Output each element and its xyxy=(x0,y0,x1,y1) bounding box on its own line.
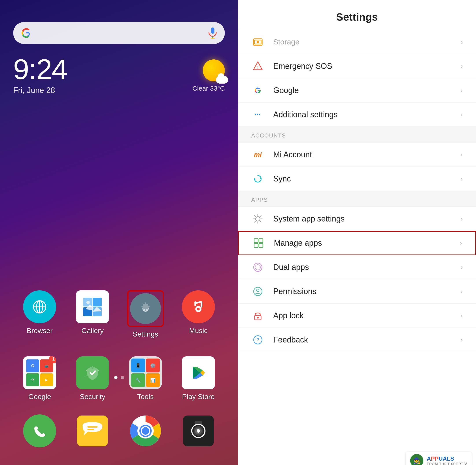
google-arrow: › xyxy=(460,86,463,94)
svg-point-55 xyxy=(255,264,260,270)
feedback-icon: ? xyxy=(251,333,265,347)
mi-account-icon: mi xyxy=(251,148,265,161)
weather-text: Clear 33°C xyxy=(192,85,225,92)
google-label: Google xyxy=(28,393,51,401)
mi-account-arrow: › xyxy=(460,150,463,159)
settings-item-additional[interactable]: ••• Additional settings › xyxy=(238,103,476,127)
additional-arrow: › xyxy=(460,110,463,118)
svg-rect-52 xyxy=(254,243,258,247)
svg-rect-51 xyxy=(259,239,263,243)
appuals-watermark: 🧙 APPUALS FROM THE EXPERTS! xyxy=(406,452,472,465)
accounts-section-header: ACCOUNTS xyxy=(238,127,476,143)
dock-camera[interactable] xyxy=(176,414,220,447)
chrome-icon xyxy=(129,414,162,447)
appuals-tagline: FROM THE EXPERTS! xyxy=(427,462,467,465)
app-settings[interactable]: Settings xyxy=(123,290,167,338)
svg-point-59 xyxy=(257,317,259,318)
svg-rect-31 xyxy=(88,426,98,428)
svg-point-19 xyxy=(197,308,200,310)
settings-item-dual-apps[interactable]: Dual apps › xyxy=(238,255,476,279)
svg-point-57 xyxy=(256,289,259,292)
svg-rect-32 xyxy=(88,429,94,430)
sos-icon: ! xyxy=(251,60,265,73)
app-security[interactable]: Security xyxy=(70,356,114,401)
manage-apps-arrow: › xyxy=(460,239,462,247)
manage-apps-text: Manage apps xyxy=(274,238,460,248)
time-widget: 9:24 Fri, June 28 xyxy=(13,55,67,95)
browser-icon xyxy=(23,290,56,323)
dock-chrome[interactable] xyxy=(123,414,167,447)
google-text: Google xyxy=(273,86,460,95)
sync-text: Sync xyxy=(273,174,460,183)
dual-apps-text: Dual apps xyxy=(273,263,460,272)
mic-icon[interactable] xyxy=(207,28,218,39)
settings-panel: Settings Storage › ! Emergency xyxy=(238,0,476,465)
app-grid-row1: Browser Gallery xyxy=(13,290,225,338)
tools-icon: 📱 ⚙️ 🔧 📊 xyxy=(129,356,162,389)
settings-item-sos[interactable]: ! Emergency SOS › xyxy=(238,54,476,78)
dock-phone[interactable] xyxy=(18,414,62,447)
bottom-dock xyxy=(13,414,225,447)
dot-1 xyxy=(114,376,117,379)
camera-icon xyxy=(182,414,215,447)
sos-text: Emergency SOS xyxy=(273,62,460,71)
status-bar xyxy=(0,0,238,15)
dock-messages[interactable] xyxy=(70,414,114,447)
google-logo xyxy=(20,26,33,40)
manage-apps-icon xyxy=(252,236,265,250)
tools-label: Tools xyxy=(137,393,154,401)
additional-text: Additional settings xyxy=(273,110,460,119)
dual-apps-icon xyxy=(251,261,265,274)
permissions-icon xyxy=(251,285,265,298)
settings-item-google[interactable]: Google › xyxy=(238,78,476,103)
settings-item-storage[interactable]: Storage › xyxy=(238,30,476,54)
applock-icon xyxy=(251,309,265,322)
feedback-text: Feedback xyxy=(273,335,460,344)
settings-item-sync[interactable]: Sync › xyxy=(238,167,476,191)
svg-rect-42 xyxy=(195,421,202,424)
weather-widget: Clear 33°C xyxy=(192,59,225,92)
settings-item-feedback[interactable]: ? Feedback › xyxy=(238,328,476,352)
app-google[interactable]: 1 G 📺 🗺 ▶ Google xyxy=(18,356,62,401)
svg-rect-50 xyxy=(254,239,258,243)
permissions-arrow: › xyxy=(460,287,463,296)
svg-text:!: ! xyxy=(257,65,258,69)
svg-rect-0 xyxy=(211,28,214,34)
svg-point-12 xyxy=(86,301,90,304)
settings-list: Storage › ! Emergency SOS › xyxy=(238,30,476,465)
home-screen: 9:24 Fri, June 28 Clear 33°C xyxy=(0,0,238,465)
playstore-label: Play Store xyxy=(182,393,215,401)
app-tools[interactable]: 📱 ⚙️ 🔧 📊 Tools xyxy=(123,356,167,401)
security-icon-app xyxy=(76,356,109,389)
system-apps-arrow: › xyxy=(460,215,463,223)
svg-point-54 xyxy=(254,263,262,271)
search-bar[interactable] xyxy=(13,22,225,44)
system-apps-text: System app settings xyxy=(273,214,460,223)
settings-header: Settings xyxy=(238,0,476,30)
weather-cloud xyxy=(216,76,228,84)
playstore-icon xyxy=(182,356,215,389)
svg-point-23 xyxy=(91,367,94,369)
settings-item-manage-apps[interactable]: Manage apps › xyxy=(238,231,476,255)
app-music[interactable]: Music xyxy=(176,290,220,335)
app-browser[interactable]: Browser xyxy=(18,290,62,335)
app-gallery[interactable]: Gallery xyxy=(70,290,114,335)
appuals-brand: APPUALS xyxy=(427,455,467,462)
music-label: Music xyxy=(189,327,208,335)
app-playstore[interactable]: Play Store xyxy=(176,356,220,401)
google-settings-icon xyxy=(251,84,265,97)
dual-apps-arrow: › xyxy=(460,263,463,271)
time-display: 9:24 xyxy=(13,55,67,84)
settings-item-permissions[interactable]: Permissions › xyxy=(238,279,476,304)
settings-item-applock[interactable]: App lock › xyxy=(238,304,476,328)
permissions-text: Permissions xyxy=(273,287,460,296)
browser-label: Browser xyxy=(27,327,52,335)
applock-arrow: › xyxy=(460,311,463,320)
settings-item-mi-account[interactable]: mi Mi Account › xyxy=(238,143,476,167)
sos-arrow: › xyxy=(460,62,463,70)
svg-point-29 xyxy=(31,423,48,439)
settings-item-system-apps[interactable]: System app settings › xyxy=(238,207,476,231)
google-apps-icon: 1 G 📺 🗺 ▶ xyxy=(23,356,56,389)
gallery-label: Gallery xyxy=(81,327,104,335)
system-apps-icon xyxy=(251,212,265,225)
